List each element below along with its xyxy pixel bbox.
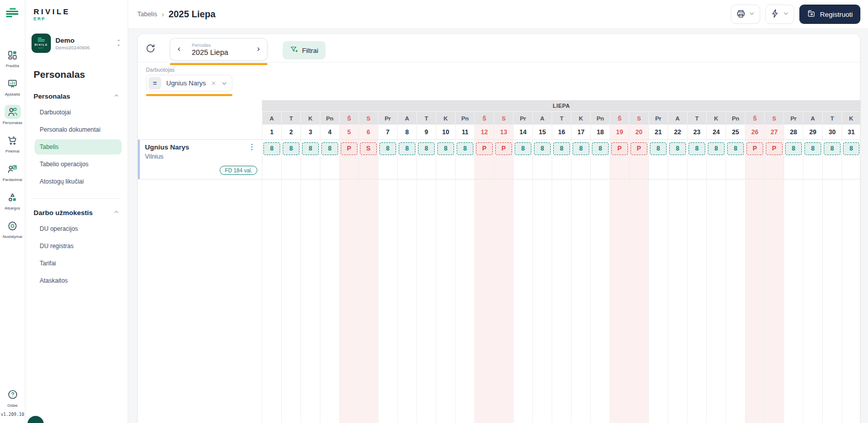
breadcrumb-tabelis[interactable]: Tabelis	[137, 11, 157, 18]
timesheet-cell-day-23[interactable]: 8	[687, 140, 706, 179]
brand-name: RIVILE	[34, 7, 122, 16]
sidebar-section-personalas[interactable]: Personalas	[34, 92, 119, 101]
timesheet-cell-day-17[interactable]: 8	[571, 140, 590, 179]
sidebar-item-ataskaitos[interactable]: Ataskaitos	[35, 273, 122, 288]
sidebar-item-personalo-dokumentai[interactable]: Personalo dokumentai	[35, 122, 122, 137]
nav-rail: Pradžia Apskaita Personalas Pirkimai Par…	[0, 0, 25, 423]
timesheet-cell-day-1[interactable]: 8	[262, 140, 281, 179]
day-header-17: 17	[571, 125, 590, 140]
timesheet-value: 8	[263, 142, 280, 155]
timesheet-cell-day-12[interactable]: P	[474, 140, 494, 179]
rail-item-pirkimai[interactable]: Pirkimai	[0, 133, 25, 162]
timesheet-value: 8	[321, 142, 338, 155]
timesheet-cell-day-15[interactable]: 8	[532, 140, 552, 179]
empty-grid-cell	[726, 179, 745, 423]
empty-grid-cell	[455, 179, 474, 423]
timesheet-cell-day-7[interactable]: 8	[378, 140, 397, 179]
sidebar-item-tabelis[interactable]: Tabelis	[35, 139, 122, 155]
sidebar-sections: Personalas DarbuotojaiPersonalo dokument…	[32, 82, 122, 289]
print-menu-button[interactable]	[731, 5, 760, 24]
app-root: Pradžia Apskaita Personalas Pirkimai Par…	[0, 0, 868, 423]
timesheet-cell-day-4[interactable]: 8	[320, 140, 339, 179]
rail-item-gidas[interactable]: Gidas	[5, 387, 21, 408]
chevron-down-icon[interactable]	[221, 80, 228, 87]
timesheet-value: 8	[399, 142, 415, 155]
day-header-10: 10	[436, 125, 455, 140]
timesheet-cell-day-3[interactable]: 8	[301, 140, 320, 179]
rail-item-personalas[interactable]: Personalas	[0, 105, 25, 133]
rail-item-prad-ia[interactable]: Pradžia	[0, 48, 25, 76]
empty-grid-cell	[571, 179, 590, 423]
timesheet-cell-day-20[interactable]: P	[629, 140, 648, 179]
actions-menu-button[interactable]	[765, 5, 794, 24]
timesheet-cell-day-24[interactable]: 8	[706, 140, 726, 179]
row-menu-icon[interactable]: ⋮	[246, 143, 258, 150]
sidebar-item-tarifai[interactable]: Tarifai	[35, 256, 122, 271]
help-icon	[5, 387, 21, 402]
app-version: v1.209.10	[1, 412, 24, 417]
empty-grid-cell	[397, 179, 416, 423]
gear-icon	[5, 219, 21, 233]
timesheet-card: ‹ Periodas 2025 Liepa › Filtrai Darbuoto…	[137, 34, 860, 423]
timesheet-cell-day-27[interactable]: P	[764, 140, 784, 179]
dow-header-8: A	[397, 111, 416, 125]
sidebar-item-tabelio-operacijos[interactable]: Tabelio operacijos	[35, 157, 122, 172]
empty-grid-cell	[764, 179, 784, 423]
timesheet-cell-day-16[interactable]: 8	[552, 140, 571, 179]
day-header-1: 1	[262, 125, 281, 140]
clear-selection-icon[interactable]: ✕	[211, 80, 216, 87]
employee-cell[interactable]: Ugnius Narys ⋮ Vilnius FD 184 val.	[138, 140, 262, 179]
sidebar-item-darbuotojai[interactable]: Darbuotojai	[35, 105, 122, 120]
timesheet-cell-day-6[interactable]: S	[358, 140, 378, 179]
timesheet-cell-day-29[interactable]: 8	[803, 140, 822, 179]
timesheet-cell-day-13[interactable]: P	[494, 140, 513, 179]
sidebar-item-du-operacijos[interactable]: DU operacijos	[35, 221, 122, 236]
timesheet-cell-day-18[interactable]: 8	[590, 140, 610, 179]
timesheet-value: P	[631, 142, 647, 155]
timesheet-cell-day-28[interactable]: 8	[784, 140, 803, 179]
dow-header-23: T	[687, 111, 706, 125]
dow-header-14: Pr	[513, 111, 532, 125]
dow-header-29: A	[803, 111, 822, 125]
timesheet-cell-day-22[interactable]: 8	[668, 140, 687, 179]
timesheet-cell-day-31[interactable]: 8	[842, 140, 861, 179]
timesheet-value: 8	[669, 142, 686, 155]
filter-button[interactable]: Filtrai	[283, 41, 325, 59]
rail-item-pardavimai[interactable]: Pardavimai	[0, 162, 25, 190]
register-button[interactable]: Registruoti	[799, 5, 860, 24]
period-prev-button[interactable]: ‹	[173, 44, 185, 55]
period-next-button[interactable]: ›	[253, 44, 264, 55]
sidebar-item-atostog-liku-iai[interactable]: Atostogų likučiai	[35, 174, 122, 189]
timesheet-cell-day-26[interactable]: P	[745, 140, 764, 179]
timesheet-cell-day-10[interactable]: 8	[436, 140, 455, 179]
timesheet-cell-day-8[interactable]: 8	[397, 140, 416, 179]
timesheet-cell-day-2[interactable]: 8	[281, 140, 301, 179]
sidebar-section-darbo-u-mokestis[interactable]: Darbo užmokestis	[34, 208, 119, 217]
rail-item-nustatymai[interactable]: Nustatymai	[0, 219, 25, 247]
timesheet-cell-day-9[interactable]: 8	[416, 140, 436, 179]
rail-item-atsargos[interactable]: Atsargos	[0, 190, 25, 219]
period-display[interactable]: Periodas 2025 Liepa	[185, 42, 253, 56]
empty-grid-cell	[842, 179, 861, 423]
timesheet-cell-day-11[interactable]: 8	[455, 140, 474, 179]
timesheet-cell-day-19[interactable]: P	[610, 140, 629, 179]
day-header-23: 23	[687, 125, 706, 140]
workspace-selector[interactable]: RIVILEERP Demo Demo20240906 ⌃⌄	[32, 34, 122, 53]
rail-item-apskaita[interactable]: Apskaita	[0, 76, 25, 105]
timesheet-cell-day-30[interactable]: 8	[822, 140, 842, 179]
day-header-15: 15	[532, 125, 552, 140]
equals-operator-icon[interactable]: =	[148, 77, 161, 89]
timesheet-cell-day-25[interactable]: 8	[726, 140, 745, 179]
people-icon	[5, 105, 21, 119]
timesheet-cell-day-14[interactable]: 8	[513, 140, 532, 179]
register-icon	[807, 9, 816, 19]
day-header-8: 8	[397, 125, 416, 140]
timesheet-cell-day-5[interactable]: P	[339, 140, 358, 179]
filter-button-label: Filtrai	[302, 47, 318, 54]
refresh-button[interactable]	[145, 43, 156, 54]
employee-select[interactable]: = Ugnius Narys ✕	[146, 75, 232, 92]
sidebar-item-du-registras[interactable]: DU registras	[35, 238, 122, 254]
empty-grid-cell	[416, 179, 436, 423]
rivile-logo-mark[interactable]	[6, 8, 19, 17]
timesheet-cell-day-21[interactable]: 8	[648, 140, 668, 179]
